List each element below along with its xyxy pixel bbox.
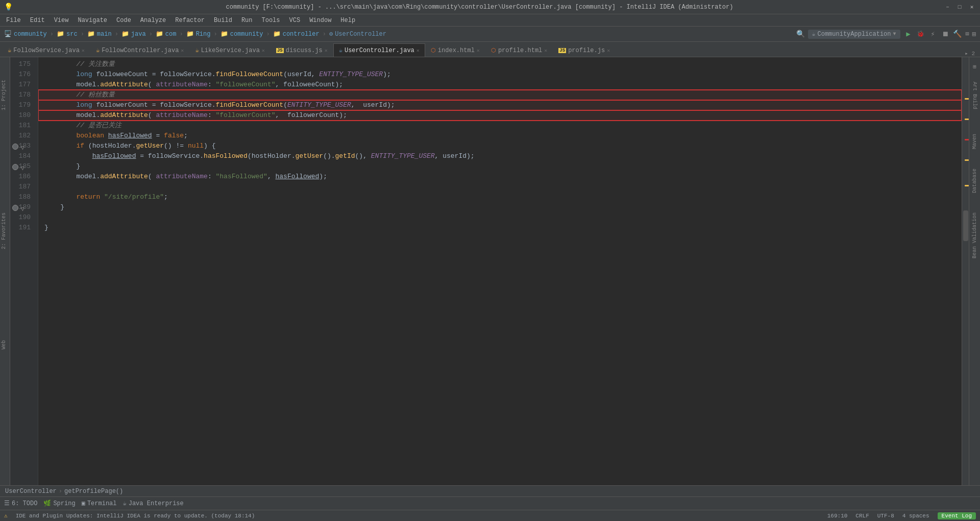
line-num-178: 178 <box>10 90 34 100</box>
code-line-175: // 关注数量 <box>38 59 962 69</box>
expand-icon[interactable]: ⊞ <box>966 30 969 38</box>
event-log-button[interactable]: Event Log <box>938 512 976 519</box>
nav-bar: 🖥️ community › 📁 src › 📁 main › 📁 java ›… <box>0 27 980 42</box>
java-icon-active: ☕ <box>339 46 342 54</box>
editor-area[interactable]: 175 176 177 178 179 180 181 182 ▽183 184… <box>10 57 969 485</box>
tab-close-usercontroller[interactable]: ✕ <box>416 48 420 54</box>
bc-class[interactable]: UserController <box>5 488 57 495</box>
bean-validation-panel[interactable]: Bean Validation <box>971 208 978 263</box>
menu-view[interactable]: View <box>50 16 73 25</box>
tab-profilehtml[interactable]: ⬡ profile.html ✕ <box>485 43 553 57</box>
encoding[interactable]: UTF-8 <box>877 513 894 519</box>
line-num-182: 182 <box>10 131 34 141</box>
menu-build[interactable]: Build <box>210 16 236 25</box>
run-button[interactable]: ▶ <box>903 29 914 39</box>
tab-likeservice[interactable]: ☕ LikeService.java ✕ <box>189 43 270 57</box>
maximize-button[interactable]: □ <box>955 3 964 11</box>
menu-tools[interactable]: Tools <box>258 16 284 25</box>
code-line-187 <box>38 182 962 192</box>
toolbar-spring[interactable]: 🌿 Spring <box>43 500 75 507</box>
window-layout-icon[interactable]: ▤ <box>972 30 976 38</box>
line-num-189: ▽189 <box>10 202 34 212</box>
menu-run[interactable]: Run <box>237 16 257 25</box>
tab-close-indexhtml[interactable]: ✕ <box>477 48 480 54</box>
toolbar-java-enterprise[interactable]: ☕ Java Enterprise <box>122 500 183 507</box>
stop-button[interactable]: ⏹ <box>940 29 950 39</box>
spring-label: Spring <box>53 500 75 507</box>
sidebar-web-label[interactable]: Web <box>0 338 8 351</box>
tab-followcontroller[interactable]: ☕ FollowController.java ✕ <box>90 43 190 57</box>
java-enterprise-icon: ☕ <box>122 500 126 507</box>
bc-method[interactable]: getProfilePage() <box>64 488 123 495</box>
run-config-selector[interactable]: ☕ CommunityApplication ▼ <box>808 30 900 39</box>
code-area[interactable]: // 关注数量 long followeeCount = followServi… <box>38 57 962 485</box>
maven-panel[interactable]: Maven <box>971 130 978 153</box>
tab-followservice[interactable]: ☕ FollowService.java ✕ <box>2 43 90 57</box>
run-with-coverage-button[interactable]: ⚡ <box>928 29 938 39</box>
menu-code[interactable]: Code <box>112 16 135 25</box>
nav-com[interactable]: com <box>165 31 177 38</box>
tabs-overflow[interactable]: ▸ 2 <box>962 50 978 57</box>
nav-controller[interactable]: controller <box>283 31 320 38</box>
status-bar: ⚠ IDE and Plugin Updates: IntelliJ IDEA … <box>0 510 980 521</box>
nav-community2[interactable]: community <box>230 31 263 38</box>
nav-src[interactable]: src <box>66 31 78 38</box>
line-num-191: 191 <box>10 223 34 233</box>
nav-java[interactable]: java <box>131 31 146 38</box>
menu-navigate[interactable]: Navigate <box>74 16 111 25</box>
line-separator[interactable]: CRLF <box>855 513 869 519</box>
minimize-button[interactable]: － <box>943 3 951 11</box>
nav-usercontroller[interactable]: UserController <box>335 31 386 38</box>
menu-vcs[interactable]: VCS <box>285 16 305 25</box>
close-button[interactable]: ✕ <box>968 3 976 11</box>
toolbar-terminal[interactable]: ▣ Terminal <box>82 500 117 507</box>
terminal-icon: ▣ <box>82 500 85 507</box>
structure-icon[interactable]: ⊞ <box>970 61 980 72</box>
menu-analyze[interactable]: Analyze <box>136 16 170 25</box>
sidebar-favorites-label[interactable]: 2: Favorites <box>0 210 8 251</box>
nav-main[interactable]: main <box>97 31 112 38</box>
art-build-panel[interactable]: Art Build <box>971 78 978 113</box>
tab-discussjs[interactable]: JS discuss.js ✕ <box>271 43 333 57</box>
html-icon: ⬡ <box>431 47 436 54</box>
sidebar-project-label[interactable]: 1: Project <box>0 78 8 112</box>
nav-com-icon: 📁 <box>156 30 163 38</box>
code-line-191: } <box>38 223 962 233</box>
scrollbar-area[interactable] <box>962 57 969 485</box>
menu-help[interactable]: Help <box>336 16 359 25</box>
tab-close-discussjs[interactable]: ✕ <box>325 48 328 54</box>
scroll-thumb[interactable] <box>963 210 968 241</box>
tab-close-followcontroller[interactable]: ✕ <box>181 48 184 54</box>
tab-close-followservice[interactable]: ✕ <box>82 48 85 54</box>
line-num-177: 177 <box>10 80 34 90</box>
run-config-name: CommunityApplication <box>817 31 891 38</box>
menu-window[interactable]: Window <box>305 16 335 25</box>
line-num-183: ▽183 <box>10 141 34 151</box>
indent[interactable]: 4 spaces <box>902 513 929 519</box>
java-icon: ☕ <box>8 46 11 54</box>
build-button[interactable]: 🔨 <box>952 29 963 39</box>
tab-close-likeservice[interactable]: ✕ <box>262 48 265 54</box>
tab-profilejs[interactable]: JS profile.js ✕ <box>553 43 616 57</box>
tab-label: LikeService.java <box>201 47 260 54</box>
nav-ring[interactable]: Ring <box>196 31 211 38</box>
debug-button[interactable]: 🐞 <box>916 29 926 39</box>
tab-indexhtml[interactable]: ⬡ index.html ✕ <box>425 43 485 57</box>
menu-file[interactable]: File <box>2 16 25 25</box>
cursor-position[interactable]: 169:10 <box>827 513 848 519</box>
tab-usercontroller[interactable]: ☕ UserController.java ✕ <box>333 43 425 57</box>
tabs-bar: ☕ FollowService.java ✕ ☕ FollowControlle… <box>0 42 980 57</box>
tab-close-profilejs[interactable]: ✕ <box>607 48 610 54</box>
tab-close-profilehtml[interactable]: ✕ <box>544 48 547 54</box>
toolbar-todo[interactable]: ☰ 6: TODO <box>4 500 37 507</box>
window-controls[interactable]: － □ ✕ <box>943 3 976 11</box>
bottom-toolbar: ☰ 6: TODO 🌿 Spring ▣ Terminal ☕ Java Ent… <box>0 496 980 510</box>
nav-community[interactable]: community <box>14 31 47 38</box>
line-num-176: 176 <box>10 69 34 80</box>
menu-edit[interactable]: Edit <box>26 16 49 25</box>
code-line-184: hasFollowed = followService. hasFollowed… <box>38 151 962 161</box>
nav-search-icon[interactable]: 🔍 <box>796 30 805 38</box>
database-panel[interactable]: Database <box>971 164 978 197</box>
menu-refactor[interactable]: Refactor <box>171 16 209 25</box>
js-icon: JS <box>558 48 566 53</box>
